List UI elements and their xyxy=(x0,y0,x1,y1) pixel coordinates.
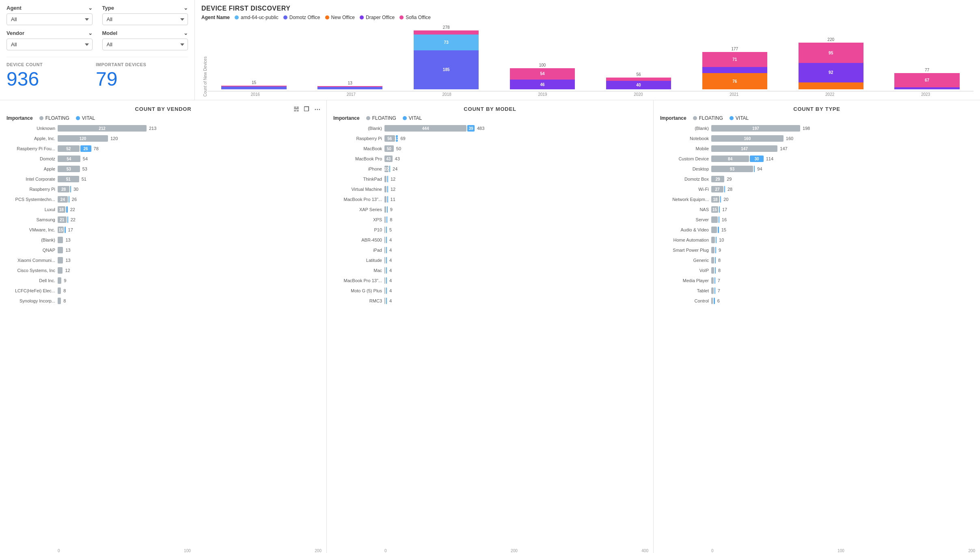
important-devices-value: 79 xyxy=(96,69,185,90)
more-icon[interactable]: ⋯ xyxy=(313,105,322,114)
bar-row: Unknown212213 xyxy=(5,124,322,132)
bar-row: Raspberry Pi561369 xyxy=(332,134,648,143)
stacked-bar: 7671 xyxy=(702,52,767,89)
bar-row: Control6 xyxy=(658,297,975,305)
bar-row: Raspberry Pi Fou...522678 xyxy=(5,145,322,153)
bar-row: Generic8 xyxy=(658,256,975,264)
model-select[interactable]: All xyxy=(102,39,188,50)
bar-row: MacBook5050 xyxy=(332,145,648,153)
bar-row: Synology Incorp...8 xyxy=(5,297,322,305)
discovery-title: DEVICE FIRST DISCOVERY xyxy=(201,5,974,12)
bar-row: Samsung2122 xyxy=(5,216,322,224)
bar-row: Notebook160160 xyxy=(658,134,975,143)
bar-row: Smart Power Plug9 xyxy=(658,246,975,254)
vendor-select[interactable]: All xyxy=(6,39,93,50)
expand-icon[interactable]: ❐ xyxy=(303,105,310,114)
model-vital-legend: VITAL xyxy=(403,115,422,121)
vendor-header-actions: ☵ ❐ ⋯ xyxy=(293,105,322,114)
type-floating-dot xyxy=(693,116,697,120)
model-filter-label: Model ⌄ xyxy=(102,30,188,36)
floating-dot xyxy=(39,116,43,120)
device-count-stat: DEVICE COUNT 936 xyxy=(6,62,96,90)
stacked-bar: 40 xyxy=(606,78,671,89)
bar-row: LCFC(HeFei) Elec...8 xyxy=(5,287,322,295)
bar-row: QNAP13 xyxy=(5,246,322,254)
bar-row: VoIP8 xyxy=(658,266,975,274)
type-chart-header: COUNT BY TYPE xyxy=(654,100,980,115)
year-group: 2209295 xyxy=(784,37,877,89)
vendor-legend: Importance FLOATING VITAL xyxy=(0,115,326,124)
bar-row: PCS Systemtechn...2426 xyxy=(5,195,322,203)
bar-row: Tablet7 xyxy=(658,287,975,295)
type-axis: 0 100 200 xyxy=(654,547,980,553)
year-group: 27818573 xyxy=(400,25,493,89)
vendor-axis-ticks: 0 100 200 xyxy=(58,549,322,553)
agent-select[interactable]: All xyxy=(6,13,93,25)
type-chevron-icon: ⌄ xyxy=(183,5,188,11)
agent-filter: Agent ⌄ All xyxy=(6,5,93,25)
bar-row: VMware, Inc.1517 xyxy=(5,226,322,234)
type-filter-label: Type ⌄ xyxy=(102,5,188,11)
vendor-chart-col: COUNT BY VENDOR ☵ ❐ ⋯ Importance FLOATIN… xyxy=(0,100,327,553)
vendor-filter: Vendor ⌄ All xyxy=(6,30,93,50)
bar-row: XPS8 xyxy=(332,216,648,224)
agent-legend-item: Domotz Office xyxy=(283,15,320,20)
year-group: 13 xyxy=(304,81,397,89)
filter-icon[interactable]: ☵ xyxy=(293,105,300,114)
year-group: 1004654 xyxy=(496,63,589,89)
bar-row: (Blank)44439483 xyxy=(332,124,648,132)
stacked-bar: 18573 xyxy=(414,30,479,89)
y-axis-label: Count of New Devices xyxy=(201,24,207,97)
bar-row: ABR-45004 xyxy=(332,236,648,244)
model-floating-dot xyxy=(366,116,370,120)
vendor-chart-header: COUNT BY VENDOR ☵ ❐ ⋯ xyxy=(0,100,326,115)
bar-row: ThinkPad12 xyxy=(332,175,648,183)
bar-row: Cisco Systems, Inc12 xyxy=(5,266,322,274)
device-count-label: DEVICE COUNT xyxy=(6,62,96,67)
bar-row: MacBook Pro4343 xyxy=(332,155,648,163)
type-select[interactable]: All xyxy=(102,13,188,25)
bar-row: Mac4 xyxy=(332,266,648,274)
agent-legend-item: amd-64-uc-public xyxy=(235,15,278,20)
important-devices-stat: IMPORTANT DEVICES 79 xyxy=(96,62,185,90)
year-group: 5640 xyxy=(592,72,685,89)
agent-legend: Agent Name amd-64-uc-publicDomotz Office… xyxy=(201,15,974,20)
bar-row: Custom Device8430114 xyxy=(658,155,975,163)
model-chart-header: COUNT BY MODEL xyxy=(327,100,653,115)
bar-row: Audio & Video15 xyxy=(658,226,975,234)
type-axis-ticks: 0 100 200 xyxy=(711,549,975,553)
x-axis: 20162017201820192020202120222023 xyxy=(207,91,974,97)
bar-row: Moto G (5) Plus4 xyxy=(332,287,648,295)
type-filter: Type ⌄ All xyxy=(102,5,188,25)
type-chart-col: COUNT BY TYPE Importance FLOATING VITAL … xyxy=(654,100,980,553)
bar-row: Intel Corporate5151 xyxy=(5,175,322,183)
model-floating-legend: FLOATING xyxy=(366,115,396,121)
vendor-bars: Unknown212213Apple, Inc.120120Raspberry … xyxy=(0,124,326,547)
bar-row: Luxul1822 xyxy=(5,205,322,214)
agent-legend-item: Sofia Office xyxy=(399,15,431,20)
bar-row: MacBook Pro 13"...4 xyxy=(332,276,648,285)
type-bars: (Blank)197198Notebook160160Mobile147147C… xyxy=(654,124,980,547)
bar-row: Desktop9394 xyxy=(658,165,975,173)
year-group: 7767 xyxy=(881,68,974,89)
dashboard: Agent ⌄ All Type ⌄ All xyxy=(0,0,980,553)
stacked-bar: 9295 xyxy=(799,43,863,89)
stacked-bar: 4654 xyxy=(510,68,575,89)
bar-row: Latitude4 xyxy=(332,256,648,264)
bar-row: iPad4 xyxy=(332,246,648,254)
bar-row: Dell Inc.9 xyxy=(5,276,322,285)
year-group: 15 xyxy=(207,80,300,89)
model-axis: 0 200 400 xyxy=(327,547,653,553)
bar-row: Raspberry Pi2830 xyxy=(5,185,322,193)
discovery-chart: Count of New Devices 1513278185731004654… xyxy=(201,24,974,97)
bar-row: Server16 xyxy=(658,216,975,224)
agent-filter-label: Agent ⌄ xyxy=(6,5,93,11)
bar-row: Domotz5454 xyxy=(5,155,322,163)
type-vital-legend: VITAL xyxy=(730,115,749,121)
type-floating-legend: FLOATING xyxy=(693,115,723,121)
bar-row: (Blank)13 xyxy=(5,236,322,244)
important-devices-label: IMPORTANT DEVICES xyxy=(96,62,185,67)
stacked-bar xyxy=(221,86,286,89)
bar-row: P105 xyxy=(332,226,648,234)
bar-row: Wi-Fi2728 xyxy=(658,185,975,193)
